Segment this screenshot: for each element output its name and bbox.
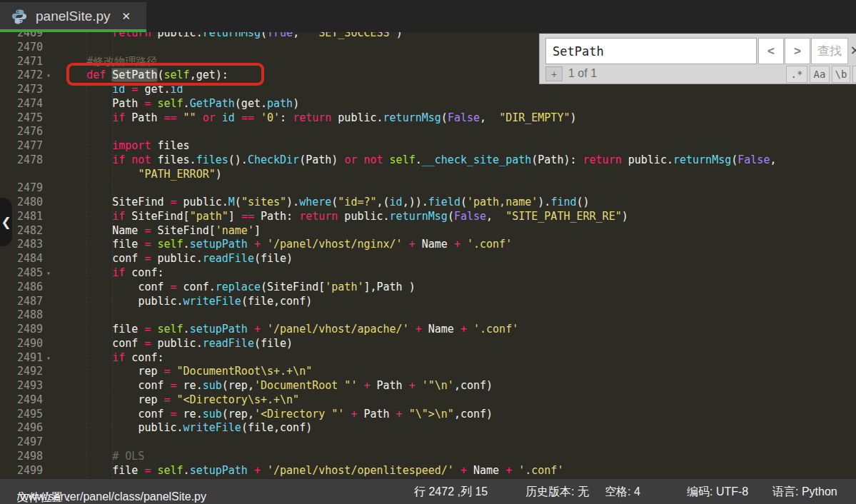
line-number[interactable]: 2471	[0, 55, 43, 69]
line-number[interactable]: 2487	[0, 295, 43, 309]
code-text: if not files.files().CheckDir(Path) or n…	[54, 153, 776, 168]
line-number[interactable]: 2477	[0, 139, 43, 153]
line-number[interactable]: 2496	[0, 421, 43, 435]
code-token: file	[112, 238, 138, 251]
line-number[interactable]: 2495	[0, 408, 43, 422]
code-line[interactable]: 2495 conf = re.sub(rep,'<Directory "' + …	[0, 408, 856, 422]
code-line[interactable]: 2497	[0, 435, 856, 450]
line-number[interactable]: 2469	[0, 32, 43, 41]
code-line[interactable]: 2491▾ if conf:	[0, 351, 856, 366]
line-number[interactable]: 2489	[0, 323, 43, 337]
line-number[interactable]: 2485	[0, 266, 43, 281]
code-line[interactable]: 2481 if SiteFind["path"] == Path: return…	[0, 210, 856, 224]
line-number[interactable]	[0, 168, 43, 182]
line-number[interactable]: 2497	[0, 435, 43, 450]
line-number[interactable]: 2490	[0, 337, 43, 351]
code-editor[interactable]: 2469 return public.returnMsg(True, 'SET_…	[0, 32, 856, 478]
whole-word-option-button[interactable]: \b	[832, 66, 850, 83]
file-language[interactable]: 语言: Python	[772, 485, 837, 500]
add-search-button[interactable]: +	[545, 66, 563, 81]
cursor-position[interactable]: 行 2472 ,列 15	[414, 485, 488, 500]
code-token	[61, 210, 112, 223]
code-line[interactable]: 2498 # OLS	[0, 450, 856, 464]
fold-arrow-icon[interactable]: ▾	[43, 351, 54, 366]
code-token: public.	[157, 337, 202, 350]
line-number[interactable]: 2474	[0, 97, 43, 111]
line-number[interactable]: 2472	[0, 69, 43, 83]
tab-panelsite[interactable]: panelSite.py ✕	[0, 2, 146, 30]
line-number[interactable]: 2492	[0, 365, 43, 379]
line-number[interactable]: 2499	[0, 464, 43, 478]
code-token: sub	[203, 408, 222, 420]
find-next-button[interactable]: >	[785, 38, 810, 64]
code-token: setupPath	[190, 464, 248, 477]
chevron-left-icon: ❮	[1, 215, 11, 230]
code-text	[54, 41, 61, 55]
code-token: +	[499, 464, 518, 477]
code-token: ,conf)	[454, 379, 493, 392]
find-button[interactable]: 查找	[811, 38, 848, 64]
code-line[interactable]: 2496 public.writeFile(file,conf)	[0, 421, 856, 435]
search-input[interactable]	[545, 38, 757, 64]
code-line[interactable]: 2482 Name = SiteFind['name']	[0, 224, 856, 238]
code-line[interactable]: 2499 file = self.setupPath + '/panel/vho…	[0, 464, 856, 478]
line-number[interactable]: 2488	[0, 308, 43, 323]
code-token: "sites"	[241, 196, 286, 208]
code-line[interactable]: "PATH_ERROR")	[0, 168, 856, 182]
code-token	[61, 168, 138, 181]
code-line[interactable]: 2476	[0, 125, 856, 139]
code-line[interactable]: 2473 id = get.id	[0, 83, 856, 97]
in-selection-option-button[interactable]: S	[852, 66, 856, 83]
line-number[interactable]: 2493	[0, 379, 43, 393]
line-number[interactable]: 2498	[0, 450, 43, 464]
line-number[interactable]: 2491	[0, 351, 43, 366]
code-token: +	[390, 408, 409, 420]
code-line[interactable]: 2483 file = self.setupPath + '/panel/vho…	[0, 238, 856, 252]
code-line[interactable]: 2475 if Path == "" or id == '0': return …	[0, 111, 856, 126]
indent-spaces[interactable]: 空格: 4	[605, 485, 640, 500]
code-line[interactable]: 2492 rep = "DocumentRoot\s+.+\n"	[0, 365, 856, 379]
line-number[interactable]: 2479	[0, 181, 43, 196]
line-number[interactable]: 2476	[0, 125, 43, 139]
file-encoding[interactable]: 编码: UTF-8	[687, 485, 748, 500]
line-number[interactable]: 2470	[0, 41, 43, 55]
code-line[interactable]: 2488	[0, 308, 856, 323]
code-line[interactable]: 2490 conf = public.readFile(file)	[0, 337, 856, 351]
code-line[interactable]: 2493 conf = re.sub(rep,'DocumentRoot "' …	[0, 379, 856, 393]
code-line[interactable]: 2494 rep = "<Directory\s+.+\n"	[0, 393, 856, 408]
search-close-icon[interactable]: ✕	[847, 43, 856, 59]
fold-spacer	[43, 55, 54, 69]
line-number[interactable]: 2494	[0, 393, 43, 408]
code-line[interactable]: 2480 SiteFind = public.M("sites").where(…	[0, 196, 856, 210]
code-token: (	[731, 153, 737, 166]
match-case-option-button[interactable]: Aa	[810, 66, 830, 83]
code-line[interactable]: 2478 if not files.files().CheckDir(Path)…	[0, 153, 856, 168]
code-line[interactable]: 2484 conf = public.readFile(file)	[0, 252, 856, 266]
code-token: setupPath	[190, 323, 248, 336]
code-token: SiteFind[	[157, 224, 215, 237]
history-version[interactable]: 历史版本: 无	[525, 485, 589, 500]
code-line[interactable]: 2487 public.writeFile(file,conf)	[0, 295, 856, 309]
code-line[interactable]: 2485▾ if conf:	[0, 266, 856, 281]
code-line[interactable]: 2474 Path = self.GetPath(get.path)	[0, 97, 856, 111]
code-line[interactable]: 2479	[0, 181, 856, 196]
code-line[interactable]: 2477 import files	[0, 139, 856, 153]
code-token: or	[203, 111, 216, 124]
regex-option-button[interactable]: .*	[786, 66, 807, 83]
find-previous-button[interactable]: <	[758, 38, 784, 64]
line-number[interactable]: 2478	[0, 153, 43, 168]
line-number[interactable]: 2473	[0, 83, 43, 97]
code-token: id	[171, 83, 183, 96]
code-token: (	[261, 32, 267, 39]
line-number[interactable]: 2475	[0, 111, 43, 126]
code-line[interactable]: 2486 conf = conf.replace(SiteFind['path'…	[0, 281, 856, 295]
fold-arrow-icon[interactable]: ▾	[43, 69, 54, 83]
fold-spacer	[43, 464, 54, 478]
code-line[interactable]: 2489 file = self.setupPath + '/panel/vho…	[0, 323, 856, 337]
sidebar-toggle-handle[interactable]: ❮	[0, 198, 12, 246]
tab-close-icon[interactable]: ✕	[122, 10, 131, 23]
fold-arrow-icon[interactable]: ▾	[43, 266, 54, 281]
code-token: if	[112, 351, 125, 364]
line-number[interactable]: 2484	[0, 252, 43, 266]
line-number[interactable]: 2486	[0, 281, 43, 295]
